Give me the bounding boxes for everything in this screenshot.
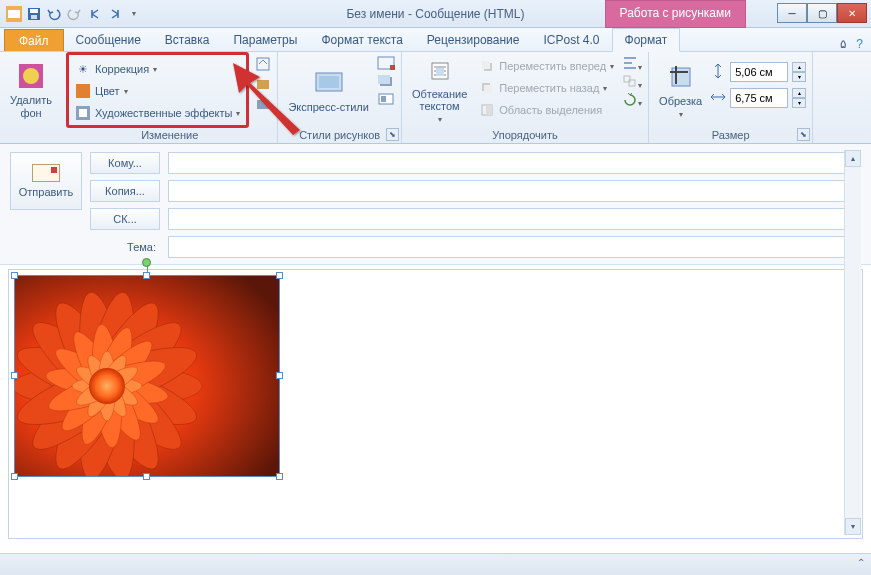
width-up[interactable]: ▴ bbox=[792, 88, 806, 98]
cc-button[interactable]: Копия... bbox=[90, 180, 160, 202]
svg-rect-4 bbox=[31, 15, 37, 19]
align-icon[interactable]: ▾ bbox=[622, 56, 642, 72]
message-header: Отправить Кому... Копия... СК... Тема: bbox=[0, 144, 871, 265]
color-icon bbox=[75, 83, 91, 99]
close-button[interactable]: ✕ bbox=[837, 3, 867, 23]
change-picture-icon[interactable] bbox=[255, 76, 271, 94]
file-tab[interactable]: Файл bbox=[4, 29, 64, 51]
resize-handle[interactable] bbox=[276, 272, 283, 279]
undo-icon[interactable] bbox=[46, 6, 62, 22]
ribbon: Удалить фон ☀ Коррекция▾ Цвет▾ Худож bbox=[0, 52, 871, 144]
resize-handle[interactable] bbox=[143, 473, 150, 480]
flower-image bbox=[15, 276, 279, 476]
height-input[interactable] bbox=[730, 62, 788, 82]
prev-icon[interactable] bbox=[86, 6, 102, 22]
expand-icon[interactable]: ⌃ bbox=[857, 557, 865, 568]
quick-access-toolbar: ▾ bbox=[0, 6, 142, 22]
express-styles-button[interactable]: Экспресс-стили bbox=[284, 54, 372, 126]
next-icon[interactable] bbox=[106, 6, 122, 22]
svg-rect-18 bbox=[378, 75, 390, 84]
to-button[interactable]: Кому... bbox=[90, 152, 160, 174]
save-icon[interactable] bbox=[26, 6, 42, 22]
window-controls: ─ ▢ ✕ bbox=[777, 3, 867, 23]
rotate-icon[interactable]: ▾ bbox=[622, 92, 642, 108]
vertical-scrollbar[interactable]: ▴ ▾ bbox=[844, 150, 861, 535]
group-icon: ▾ bbox=[622, 74, 642, 90]
reset-picture-icon[interactable] bbox=[255, 96, 271, 114]
styles-launcher[interactable]: ⬊ bbox=[386, 128, 399, 141]
svg-rect-14 bbox=[319, 76, 339, 88]
layout-icon[interactable] bbox=[377, 92, 395, 108]
corrections-icon: ☀ bbox=[75, 61, 91, 77]
svg-rect-11 bbox=[257, 80, 269, 89]
resize-handle[interactable] bbox=[276, 473, 283, 480]
window-title: Без имени - Сообщение (HTML) bbox=[346, 7, 524, 21]
bcc-input[interactable] bbox=[168, 208, 861, 230]
crop-button[interactable]: Обрезка▾ bbox=[655, 54, 706, 126]
svg-rect-20 bbox=[381, 96, 386, 102]
to-input[interactable] bbox=[168, 152, 861, 174]
remove-background-button[interactable]: Удалить фон bbox=[6, 54, 56, 126]
artistic-icon bbox=[75, 105, 91, 121]
resize-handle[interactable] bbox=[276, 372, 283, 379]
maximize-button[interactable]: ▢ bbox=[807, 3, 837, 23]
send-button[interactable]: Отправить bbox=[10, 152, 82, 210]
express-styles-icon bbox=[313, 67, 345, 99]
tab-options[interactable]: Параметры bbox=[221, 29, 309, 51]
group-size-label: Размер bbox=[655, 128, 806, 142]
height-down[interactable]: ▾ bbox=[792, 72, 806, 82]
bcc-button[interactable]: СК... bbox=[90, 208, 160, 230]
border-icon[interactable] bbox=[377, 56, 395, 72]
group-adjust: ☀ Коррекция▾ Цвет▾ Художественные эффект… bbox=[62, 52, 278, 143]
svg-rect-9 bbox=[79, 109, 87, 117]
height-up[interactable]: ▴ bbox=[792, 62, 806, 72]
collapse-ribbon-icon[interactable]: ۵ bbox=[840, 37, 846, 51]
artistic-effects-button[interactable]: Художественные эффекты▾ bbox=[71, 103, 244, 123]
tab-format[interactable]: Формат bbox=[612, 28, 681, 52]
selection-pane-button: Область выделения bbox=[475, 100, 618, 120]
tab-message[interactable]: Сообщение bbox=[64, 29, 153, 51]
minimize-button[interactable]: ─ bbox=[777, 3, 807, 23]
svg-rect-16 bbox=[390, 65, 395, 70]
group-adjust-label: Изменение bbox=[68, 128, 271, 142]
tab-format-text[interactable]: Формат текста bbox=[309, 29, 414, 51]
selection-pane-icon bbox=[479, 102, 495, 118]
scroll-down[interactable]: ▾ bbox=[845, 518, 861, 535]
scroll-up[interactable]: ▴ bbox=[845, 150, 861, 167]
compress-icon[interactable] bbox=[255, 56, 271, 74]
resize-handle[interactable] bbox=[11, 473, 18, 480]
rotate-handle[interactable] bbox=[142, 258, 151, 267]
message-body[interactable] bbox=[8, 269, 863, 539]
height-row: ▴▾ bbox=[710, 62, 806, 82]
effects-icon[interactable] bbox=[377, 74, 395, 90]
width-input[interactable] bbox=[730, 88, 788, 108]
wrap-text-icon bbox=[424, 56, 456, 86]
resize-handle[interactable] bbox=[143, 272, 150, 279]
cc-input[interactable] bbox=[168, 180, 861, 202]
group-arrange-label: Упорядочить bbox=[408, 128, 642, 142]
tab-insert[interactable]: Вставка bbox=[153, 29, 222, 51]
width-down[interactable]: ▾ bbox=[792, 98, 806, 108]
context-tab-picture-tools: Работа с рисунками bbox=[605, 0, 746, 28]
bring-forward-button: Переместить вперед▾ bbox=[475, 56, 618, 76]
inserted-image[interactable] bbox=[15, 276, 279, 476]
title-bar: ▾ Без имени - Сообщение (HTML) Работа с … bbox=[0, 0, 871, 28]
color-button[interactable]: Цвет▾ bbox=[71, 81, 244, 101]
svg-rect-3 bbox=[30, 9, 38, 13]
redo-icon[interactable] bbox=[66, 6, 82, 22]
tab-review[interactable]: Рецензирование bbox=[415, 29, 532, 51]
svg-rect-7 bbox=[76, 84, 90, 98]
svg-point-6 bbox=[23, 68, 39, 84]
wrap-text-button[interactable]: Обтекание текстом▾ bbox=[408, 54, 471, 126]
size-launcher[interactable]: ⬊ bbox=[797, 128, 810, 141]
qat-dropdown-icon[interactable]: ▾ bbox=[126, 6, 142, 22]
send-backward-button: Переместить назад▾ bbox=[475, 78, 618, 98]
corrections-button[interactable]: ☀ Коррекция▾ bbox=[71, 59, 244, 79]
subject-label: Тема: bbox=[90, 241, 160, 253]
resize-handle[interactable] bbox=[11, 272, 18, 279]
resize-handle[interactable] bbox=[11, 372, 18, 379]
subject-input[interactable] bbox=[168, 236, 861, 258]
svg-rect-12 bbox=[257, 100, 269, 109]
help-icon[interactable]: ? bbox=[856, 37, 863, 51]
tab-icpost[interactable]: ICPost 4.0 bbox=[532, 29, 612, 51]
